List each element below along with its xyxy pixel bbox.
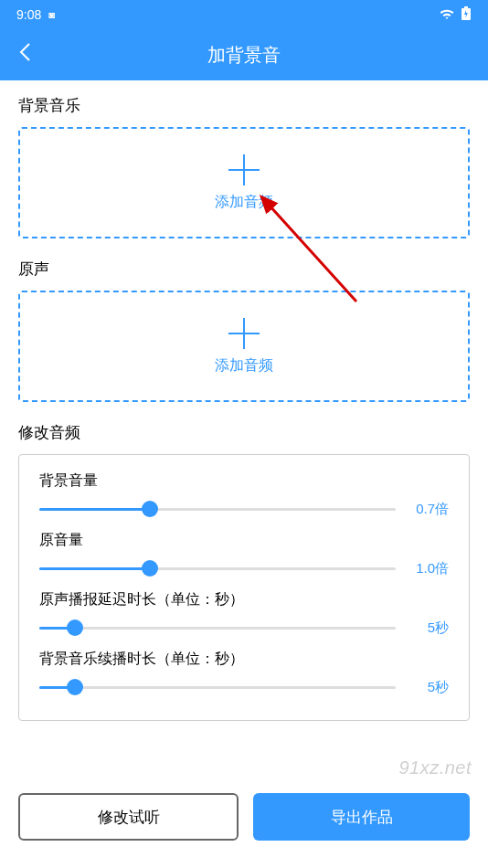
bottom-bar: 修改试听 导出作品 bbox=[18, 793, 470, 841]
preview-button[interactable]: 修改试听 bbox=[18, 793, 239, 841]
status-bar: 9:08 ◙ bbox=[0, 0, 488, 29]
continue-label: 背景音乐续播时长（单位：秒） bbox=[39, 650, 449, 669]
status-icon: ◙ bbox=[48, 9, 55, 20]
battery-icon bbox=[461, 6, 472, 24]
continue-slider[interactable] bbox=[39, 676, 396, 698]
page-title: 加背景音 bbox=[0, 43, 488, 68]
delay-slider[interactable] bbox=[39, 617, 396, 639]
continue-value: 5秒 bbox=[408, 679, 449, 696]
export-button[interactable]: 导出作品 bbox=[253, 793, 470, 841]
status-time: 9:08 bbox=[16, 7, 41, 22]
watermark: 91xz.net bbox=[398, 757, 472, 778]
add-bgm-box[interactable]: 添加音频 bbox=[18, 127, 470, 238]
svg-rect-1 bbox=[464, 6, 468, 8]
delay-label: 原声播报延迟时长（单位：秒） bbox=[39, 590, 449, 609]
bg-volume-label: 背景音量 bbox=[39, 471, 449, 491]
settings-box: 背景音量 0.7倍 原音量 1.0倍 原声播报延迟时长（单位：秒） bbox=[18, 454, 470, 721]
orig-volume-label: 原音量 bbox=[39, 531, 449, 550]
bg-volume-value: 0.7倍 bbox=[408, 501, 449, 518]
orig-volume-slider[interactable] bbox=[39, 557, 396, 579]
wifi-icon bbox=[439, 7, 455, 23]
plus-icon bbox=[228, 318, 260, 349]
bgm-section-label: 背景音乐 bbox=[18, 95, 470, 116]
add-original-text: 添加音频 bbox=[215, 356, 273, 376]
bg-volume-slider[interactable] bbox=[39, 498, 396, 520]
add-original-box[interactable]: 添加音频 bbox=[18, 291, 470, 402]
orig-volume-value: 1.0倍 bbox=[408, 560, 449, 577]
modify-section-label: 修改音频 bbox=[18, 422, 470, 443]
plus-icon bbox=[228, 154, 260, 185]
original-section-label: 原声 bbox=[18, 259, 470, 280]
add-bgm-text: 添加音频 bbox=[215, 193, 273, 212]
header: 加背景音 bbox=[0, 29, 488, 80]
delay-value: 5秒 bbox=[408, 619, 449, 637]
back-button[interactable] bbox=[18, 42, 31, 68]
